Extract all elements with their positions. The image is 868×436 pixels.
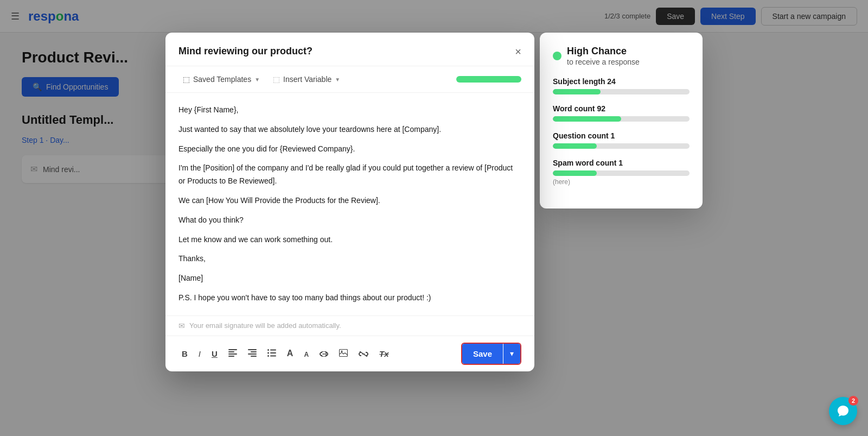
- chevron-down-icon: ▼: [254, 77, 260, 83]
- metric-spam-count: Spam word count 1 (here): [553, 159, 690, 186]
- metric-subject-label: Subject length 24: [553, 77, 690, 86]
- body-line-7: Let me know and we can work something ou…: [178, 233, 521, 247]
- modal-toolbar: ⬚ Saved Templates ▼ ⬚ Insert Variable ▼: [165, 66, 534, 93]
- modal-overlay: Mind reviewing our product? × ⬚ Saved Te…: [0, 0, 868, 436]
- metric-word-bar-bg: [553, 116, 690, 122]
- save-dropdown-button[interactable]: ▾: [503, 344, 520, 364]
- save-button-group: Save ▾: [461, 343, 521, 365]
- body-line-10: P.S. I hope you won't have to say too ma…: [178, 292, 521, 305]
- chat-badge: 2: [848, 396, 858, 406]
- svg-rect-0: [228, 349, 237, 350]
- metric-spam-note: (here): [553, 178, 690, 186]
- svg-rect-13: [270, 355, 276, 356]
- align-right-button[interactable]: [245, 347, 260, 361]
- svg-rect-5: [251, 351, 257, 352]
- underline-button[interactable]: U: [208, 347, 221, 361]
- quality-panel-header: High Chance to receive a response: [553, 46, 690, 66]
- quality-status-label: High Chance: [567, 46, 640, 58]
- insert-variable-button[interactable]: ⬚ Insert Variable ▼: [269, 73, 344, 86]
- svg-point-15: [341, 350, 343, 352]
- signature-icon: ✉: [178, 321, 185, 330]
- svg-rect-14: [340, 349, 348, 356]
- svg-rect-9: [270, 349, 276, 350]
- list-button[interactable]: [264, 347, 279, 361]
- svg-point-12: [267, 355, 269, 357]
- body-line-4: I'm the [Position] of the company and I'…: [178, 162, 521, 188]
- save-button[interactable]: Save: [462, 344, 503, 364]
- svg-rect-7: [251, 356, 257, 357]
- align-left-button[interactable]: [225, 347, 240, 361]
- modal-title: Mind reviewing our product?: [178, 46, 312, 57]
- italic-button[interactable]: I: [195, 347, 204, 361]
- clear-format-button[interactable]: Tx: [376, 347, 392, 361]
- unlink-button[interactable]: [355, 347, 372, 361]
- svg-rect-2: [228, 353, 237, 355]
- modal-header: Mind reviewing our product? ×: [165, 33, 534, 66]
- svg-rect-1: [228, 351, 234, 352]
- body-line-9: [Name]: [178, 272, 521, 285]
- body-line-8: Thanks,: [178, 252, 521, 266]
- template-icon: ⬚: [183, 75, 190, 84]
- metric-word-count: Word count 92: [553, 104, 690, 122]
- svg-rect-11: [270, 352, 276, 353]
- subject-quality-bar: [456, 76, 521, 83]
- metric-subject-bar-fill: [553, 89, 601, 94]
- svg-rect-4: [248, 349, 257, 350]
- body-line-1: Hey {First Name},: [178, 104, 521, 117]
- quality-panel: High Chance to receive a response Subjec…: [540, 33, 703, 208]
- svg-point-10: [267, 352, 269, 353]
- signature-text: Your email signature will be added autom…: [189, 321, 341, 330]
- quality-status-sublabel: to receive a response: [567, 58, 640, 66]
- metric-subject-length: Subject length 24: [553, 77, 690, 94]
- bold-button[interactable]: B: [178, 347, 191, 361]
- svg-rect-3: [228, 356, 234, 357]
- metric-word-bar-fill: [553, 116, 621, 122]
- metric-question-bar-fill: [553, 143, 597, 149]
- metric-question-label: Question count 1: [553, 131, 690, 140]
- variable-icon: ⬚: [273, 75, 280, 84]
- quality-indicator-dot: [553, 52, 561, 60]
- metric-spam-label: Spam word count 1: [553, 159, 690, 167]
- metric-subject-bar-bg: [553, 89, 690, 94]
- font-size-button[interactable]: A: [301, 349, 312, 361]
- link-button[interactable]: [316, 347, 331, 361]
- font-a-button[interactable]: A: [284, 346, 297, 361]
- chevron-down-icon-2: ▼: [335, 77, 340, 83]
- svg-point-8: [267, 349, 269, 351]
- body-line-6: What do you think?: [178, 214, 521, 227]
- body-line-3: Especially the one you did for {Reviewed…: [178, 143, 521, 156]
- metric-question-count: Question count 1: [553, 131, 690, 149]
- chat-icon: [837, 405, 850, 418]
- saved-templates-button[interactable]: ⬚ Saved Templates ▼: [178, 73, 264, 86]
- email-template-modal: Mind reviewing our product? × ⬚ Saved Te…: [165, 33, 534, 371]
- modal-footer: B I U: [165, 336, 534, 371]
- metric-word-label: Word count 92: [553, 104, 690, 113]
- metric-spam-bar-bg: [553, 170, 690, 176]
- body-line-2: Just wanted to say that we absolutely lo…: [178, 123, 521, 136]
- chat-bubble[interactable]: 2: [829, 397, 857, 425]
- metric-question-bar-bg: [553, 143, 690, 149]
- body-line-5: We can [How You Will Provide the Product…: [178, 194, 521, 207]
- close-button[interactable]: ×: [515, 46, 521, 57]
- svg-rect-6: [248, 353, 257, 355]
- email-body[interactable]: Hey {First Name}, Just wanted to say tha…: [165, 93, 534, 315]
- metric-spam-bar-fill: [553, 170, 597, 176]
- signature-bar: ✉ Your email signature will be added aut…: [165, 315, 534, 336]
- image-button[interactable]: [336, 347, 351, 361]
